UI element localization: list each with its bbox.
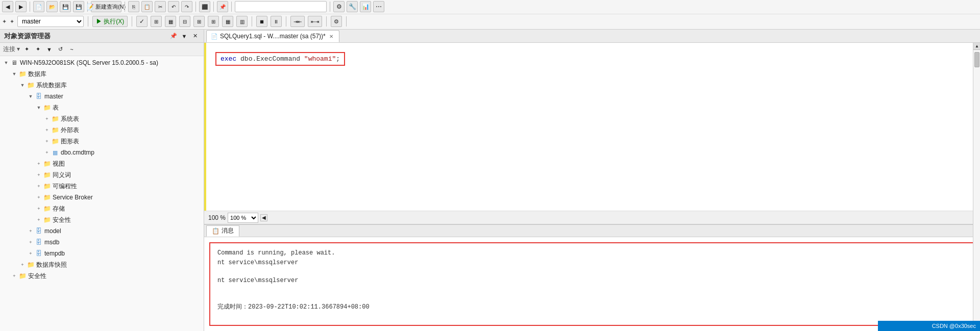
query-btn5[interactable]: ▥ [236, 16, 248, 27]
scroll-left-btn[interactable]: ◀ [260, 214, 267, 221]
master-icon: 🗄 [35, 92, 43, 100]
explorer-refresh-icon[interactable]: ↺ [56, 45, 65, 54]
scrollbar-thumb[interactable] [974, 52, 979, 67]
toolbar-paste-btn[interactable]: 📋 [141, 1, 153, 12]
toolbar-sep3 [125, 2, 125, 12]
pause-btn[interactable]: ⏸ [271, 16, 282, 27]
explorer-filter-icon[interactable]: ▼ [44, 45, 54, 54]
toolbar-cut-btn[interactable]: ✂ [155, 1, 166, 12]
expand-tables[interactable]: ▼ [35, 104, 43, 112]
toolbar-pin-btn[interactable]: 📌 [217, 1, 228, 12]
stop-btn[interactable]: ⏹ [256, 16, 267, 27]
tree-item-msdb[interactable]: + 🗄 msdb [0, 237, 204, 248]
query-btn3[interactable]: ⊞ [208, 16, 219, 27]
execute-button[interactable]: ▶ 执行(X) [92, 16, 128, 27]
tree-item-tempdb[interactable]: + 🗄 tempdb [0, 248, 204, 259]
tree-item-programmability[interactable]: + 📁 可编程性 [0, 181, 204, 192]
toolbar-settings-btn[interactable]: ⚙ [333, 1, 345, 12]
query-btn4[interactable]: ▦ [222, 16, 233, 27]
toolbar-debug-btn[interactable]: ⬛ [199, 1, 210, 12]
tree-item-server[interactable]: ▼ 🖥 WIN-N59J2O081SK (SQL Server 15.0.200… [0, 57, 204, 68]
panel-menu-icon[interactable]: ▼ [180, 32, 189, 41]
panel-close-icon[interactable]: ✕ [190, 32, 200, 41]
tree-item-db-snapshots[interactable]: + 📁 数据库快照 [0, 259, 204, 270]
toolbar-redo-btn[interactable]: ↷ [181, 1, 192, 12]
expand-server[interactable]: ▼ [2, 59, 10, 67]
tree-item-sys-db[interactable]: ▼ 📁 系统数据库 [0, 80, 204, 91]
expand-databases[interactable]: ▼ [10, 70, 18, 78]
explorer-sync-icon[interactable]: ~ [67, 45, 76, 54]
expand-graph-tables[interactable]: + [43, 137, 51, 145]
expand-cmdtmp[interactable]: + [43, 148, 51, 157]
programmability-label: 可编程性 [53, 182, 77, 191]
expand-master[interactable]: ▼ [27, 92, 35, 100]
tree-item-service-broker[interactable]: + 📁 Service Broker [0, 192, 204, 203]
tree-item-security-master[interactable]: + 📁 安全性 [0, 214, 204, 225]
toolbar-open-btn[interactable]: 📂 [46, 1, 58, 12]
tree-item-master[interactable]: ▼ 🗄 master [0, 91, 204, 102]
tree-item-security-root[interactable]: + 📁 安全性 [0, 270, 204, 282]
expand-storage[interactable]: + [35, 205, 43, 213]
tree-item-cmdtmp[interactable]: + ▦ dbo.cmdtmp [0, 147, 204, 158]
tree-item-sys-tables[interactable]: + 📁 系统表 [0, 113, 204, 124]
expand-security-root[interactable]: + [10, 272, 18, 280]
toolbar-search-input[interactable] [235, 1, 327, 12]
toolbar-save-btn[interactable]: 💾 [60, 1, 71, 12]
panel-pin-icon[interactable]: 📌 [169, 32, 178, 41]
scroll-up-btn[interactable]: ▲ [973, 43, 980, 50]
tree-item-views[interactable]: + 📁 视图 [0, 158, 204, 169]
tree-item-synonyms[interactable]: + 📁 同义词 [0, 169, 204, 181]
query-btn2[interactable]: ⊞ [193, 16, 205, 27]
tab-close-btn[interactable]: ✕ [328, 33, 335, 40]
explorer-icon2[interactable]: ✦ [33, 45, 42, 54]
tree-item-graph-tables[interactable]: + 📁 图形表 [0, 136, 204, 147]
expand-sys-db[interactable]: ▼ [18, 81, 27, 89]
indent-btn[interactable]: ⇥⇤ [290, 16, 305, 27]
toolbar-misc-btn[interactable]: ⋯ [373, 1, 384, 12]
outdent-btn[interactable]: ⇤⇥ [308, 16, 322, 27]
toolbar-monitor-btn[interactable]: 📊 [360, 1, 371, 12]
message-line-5 [217, 286, 967, 294]
toolbar-forward-btn[interactable]: ▶ [15, 1, 27, 12]
expand-views[interactable]: + [35, 160, 43, 168]
expand-service-broker[interactable]: + [35, 193, 43, 201]
toolbar-tools-btn[interactable]: 🔧 [347, 1, 358, 12]
explorer-icon1[interactable]: ✦ [22, 45, 31, 54]
tree-item-tables[interactable]: ▼ 📁 表 [0, 102, 204, 113]
expand-programmability[interactable]: + [35, 182, 43, 190]
database-dropdown[interactable]: master [17, 16, 84, 27]
zoom-dropdown[interactable]: 100 % 75 % 125 % 150 % [228, 213, 258, 223]
toolbar-copy-btn[interactable]: ⎘ [128, 1, 139, 12]
results-content: Command is running, please wait. nt serv… [204, 237, 980, 331]
messages-tab[interactable]: 📋 消息 [206, 225, 239, 237]
expand-security-master[interactable]: + [35, 216, 43, 224]
editor-content[interactable]: exec dbo.ExecCommand "whoami"; [204, 43, 980, 211]
diagram-btn[interactable]: ⊞ [151, 16, 162, 27]
tree-item-ext-tables[interactable]: + 📁 外部表 [0, 124, 204, 136]
format-btn[interactable]: ⊟ [179, 16, 190, 27]
toolbar-sep4 [195, 2, 196, 12]
sys-tables-icon: 📁 [51, 115, 59, 123]
misc-btn2[interactable]: ⚙ [331, 16, 342, 27]
toolbar-sep9 [132, 16, 132, 27]
expand-db-snapshots[interactable]: + [18, 261, 27, 269]
zoom-bar: 100 % 100 % 75 % 125 % 150 % ◀ [204, 211, 980, 224]
expand-model[interactable]: + [27, 227, 35, 235]
grid-btn[interactable]: ▦ [165, 16, 176, 27]
zoom-label: 100 % [208, 214, 226, 221]
expand-synonyms[interactable]: + [35, 171, 43, 179]
toolbar-back-btn[interactable]: ◀ [2, 1, 13, 12]
tree-item-databases[interactable]: ▼ 📁 数据库 [0, 68, 204, 80]
tree-item-storage[interactable]: + 📁 存储 [0, 203, 204, 214]
expand-tempdb[interactable]: + [27, 249, 35, 258]
toolbar-new-btn[interactable]: 📄 [33, 1, 44, 12]
toolbar-undo-btn[interactable]: ↶ [168, 1, 179, 12]
query-tab[interactable]: 📄 SQLQuery1.sql - W....master (sa (57))*… [206, 30, 339, 42]
expand-sys-tables[interactable]: + [43, 115, 51, 123]
toolbar-new-query-btn[interactable]: 📝 新建查询(N) [91, 1, 121, 12]
tree-item-model[interactable]: + 🗄 model [0, 225, 204, 237]
expand-msdb[interactable]: + [27, 238, 35, 246]
toolbar-save-all-btn[interactable]: 💾 [73, 1, 84, 12]
check-btn[interactable]: ✓ [136, 16, 148, 27]
expand-ext-tables[interactable]: + [43, 126, 51, 134]
